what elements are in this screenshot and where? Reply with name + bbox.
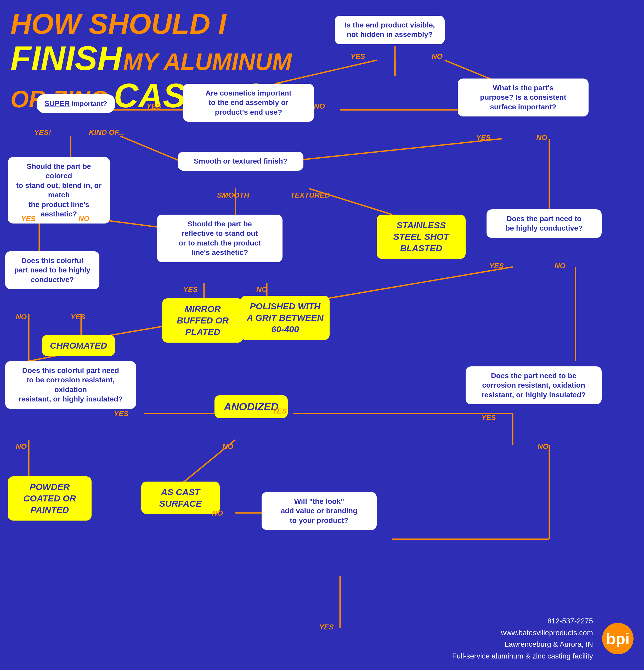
label-no-colored: NO [79, 215, 90, 223]
label-yes-bottom: YES [319, 623, 334, 631]
label-yes-cosmetics: YES [147, 102, 161, 110]
title-line2-orange: MY ALUMINUM [123, 49, 292, 75]
node-cosmetics-question: Are cosmetics important to the end assem… [183, 84, 314, 122]
label-yes-corrosion-resistant: YES [481, 414, 496, 422]
node-highly-conductive: Does the part need to be highly conducti… [487, 209, 602, 238]
title-line1: HOW SHOULD I [11, 8, 292, 40]
label-yes-exclaim: YES! [34, 128, 51, 137]
label-yes-purpose: YES [476, 133, 491, 142]
node-chromated: CHROMATED [42, 335, 115, 356]
node-reflective-question: Should the part be reflective to stand o… [157, 215, 283, 262]
svg-line-8 [277, 139, 502, 162]
node-corrosion-resistant: Does the part need to be corrosion resis… [466, 366, 602, 404]
label-no-reflective: NO [256, 285, 267, 294]
label-kind-of: KIND OF... [89, 128, 124, 137]
node-as-cast: AS CAST SURFACE [141, 482, 220, 514]
label-no-as-cast: NO [212, 509, 223, 518]
label-no-corrosion-colorful: NO [16, 442, 27, 451]
label-no-anodized: NO [222, 442, 233, 451]
svg-line-7 [120, 136, 183, 162]
node-smooth-textured: Smooth or textured finish? [178, 152, 303, 171]
node-corrosion-colorful: Does this colorful part need to be corro… [5, 361, 136, 409]
label-yes-corrosion-colorful: YES [114, 410, 128, 418]
node-stainless-shot: STAINLESS STEEL SHOT BLASTED [377, 215, 466, 259]
website: www.batesvilleproducts.com [452, 627, 593, 639]
label-yes-colored: YES [21, 215, 36, 223]
node-super-important: SUPER important? [37, 94, 115, 113]
label-no-highly-conductive: NO [554, 262, 565, 270]
label-no-start-right: NO [431, 52, 442, 61]
bottom-info: 812-537-2275 www.batesvilleproducts.com … [452, 615, 633, 662]
description: Full-service aluminum & zinc casting fac… [452, 651, 593, 662]
label-yes-anodized: YES [272, 407, 287, 415]
node-polished-grit: POLISHED WITH A GRIT BETWEEN 60-400 [241, 296, 330, 340]
label-no-conductive-colorful: NO [16, 313, 27, 321]
label-smooth: SMOOTH [217, 191, 249, 199]
label-textured: TEXTURED [290, 191, 330, 199]
title-line2-yellow: FINISH [11, 39, 122, 77]
label-yes-conductive-colorful: YES [71, 313, 85, 321]
label-no-purpose: NO [536, 133, 547, 142]
label-no-corrosion-resistant: NO [537, 442, 549, 451]
contact-info: 812-537-2275 www.batesvilleproducts.com … [452, 615, 593, 662]
node-look-value: Will "the look" add value or branding to… [262, 492, 377, 530]
node-mirror-buffed: MIRROR BUFFED OR PLATED [162, 298, 243, 343]
phone-number: 812-537-2275 [452, 615, 593, 627]
label-yes-reflective: YES [183, 285, 198, 294]
location: Lawrenceburg & Aurora, IN [452, 639, 593, 651]
bpi-logo: bpi [602, 623, 633, 654]
node-start-question: Is the end product visible, not hidden i… [335, 16, 445, 44]
label-yes-highly-conductive: YES [489, 262, 504, 270]
node-colored-question: Should the part be colored to stand out,… [8, 157, 110, 224]
node-purpose-question: What is the part's purpose? Is a consist… [458, 79, 589, 117]
label-yes-start-left: YES [351, 52, 365, 61]
node-powder-coated: POWDER COATED OR PAINTED [8, 476, 92, 521]
node-conductive-colorful: Does this colorful part need to be highl… [5, 251, 99, 289]
label-no-cosmetics: NO [314, 102, 325, 110]
